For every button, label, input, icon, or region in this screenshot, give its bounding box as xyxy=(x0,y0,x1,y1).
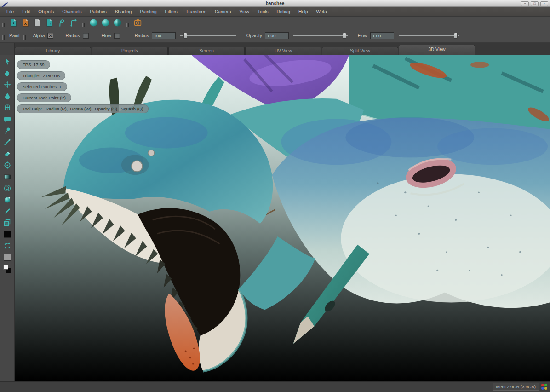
blur-droplet-tool[interactable] xyxy=(2,91,13,102)
menu-edit[interactable]: Edit xyxy=(18,7,34,17)
app-window: banshee − □ × FileEditObjectsChannelsPat… xyxy=(0,0,550,392)
alpha-label: Alpha xyxy=(33,33,45,38)
tab-3d-view[interactable]: 3D View xyxy=(399,45,475,55)
close-project-icon[interactable]: x xyxy=(21,18,30,27)
toolbar-drag-handle[interactable] xyxy=(2,19,5,27)
node-graph-icon[interactable] xyxy=(69,18,78,27)
radius-slider-handle[interactable] xyxy=(183,33,187,39)
shader-sphere-flat-icon[interactable] xyxy=(89,18,98,27)
svg-text:x: x xyxy=(24,21,27,26)
status-bar: Mem 2.9GB (3.9GB) xyxy=(0,381,550,392)
svg-text:+: + xyxy=(12,21,15,26)
new-project-icon[interactable]: + xyxy=(9,18,18,27)
toolbar-drag-handle[interactable] xyxy=(23,32,26,40)
svg-text:→: → xyxy=(47,21,52,26)
curve-p-icon[interactable] xyxy=(57,18,66,27)
flow-slider-handle[interactable] xyxy=(454,33,458,39)
foreground-color-swatch[interactable] xyxy=(2,229,13,240)
menu-help[interactable]: Help xyxy=(294,7,312,17)
hud-tool-help: Tool Help: Radius (R), Rotate (W), Opaci… xyxy=(17,104,149,113)
menu-bar: FileEditObjectsChannelsPatchesShadingPai… xyxy=(0,7,550,17)
menu-painting[interactable]: Painting xyxy=(136,7,160,17)
memory-indicator: Mem 2.9GB (3.9GB) xyxy=(493,383,539,391)
pin-tool[interactable] xyxy=(2,125,13,136)
maximize-button[interactable]: □ xyxy=(531,1,539,6)
flow-slider[interactable] xyxy=(399,33,459,39)
environment-sphere-tool[interactable] xyxy=(2,194,13,205)
menu-weta[interactable]: Weta xyxy=(312,7,331,17)
flow-checkbox[interactable] xyxy=(114,33,120,39)
shader-sphere-textured-icon[interactable] xyxy=(113,18,122,27)
menu-transform[interactable]: Transform xyxy=(182,7,211,17)
radius-slider[interactable] xyxy=(180,33,236,39)
radial-falloff-tool[interactable] xyxy=(2,183,13,194)
gradient-fill-tool[interactable] xyxy=(2,171,13,182)
slice-line-tool[interactable] xyxy=(2,137,13,148)
radius-label: Radius xyxy=(135,33,149,38)
menu-objects[interactable]: Objects xyxy=(34,7,58,17)
titlebar[interactable]: banshee − □ × xyxy=(0,0,550,7)
flow-value-field[interactable]: 1.00 xyxy=(370,32,394,39)
hud-fps: FPS: 17.39 xyxy=(17,60,50,69)
menu-patches[interactable]: Patches xyxy=(86,7,111,17)
paint-through-tool[interactable] xyxy=(2,114,13,125)
hud-triangles: Triangles: 2180916 xyxy=(17,71,65,80)
window-title: banshee xyxy=(0,0,550,6)
menu-camera[interactable]: Camera xyxy=(211,7,235,17)
menu-file[interactable]: File xyxy=(2,7,18,17)
window-controls: − □ × xyxy=(521,1,550,6)
tab-screen[interactable]: Screen xyxy=(168,47,245,55)
menu-view[interactable]: View xyxy=(235,7,254,17)
flow-link-label: Flow xyxy=(102,33,111,38)
opacity-label: Opacity xyxy=(246,33,262,38)
main-toolbar: +x→ xyxy=(0,17,550,29)
clone-stamp-tool[interactable] xyxy=(2,160,13,171)
active-tool-label: Paint xyxy=(9,33,20,38)
tab-library[interactable]: Library xyxy=(15,47,91,55)
tab-strip-filler xyxy=(476,43,550,55)
screenshot-camera-icon[interactable] xyxy=(133,18,142,27)
paint-brush-tool[interactable] xyxy=(2,206,13,217)
tab-projects[interactable]: Projects xyxy=(92,47,168,55)
toolbar-drag-handle[interactable] xyxy=(126,19,129,27)
menu-filters[interactable]: Filters xyxy=(161,7,182,17)
paint-options-bar: Paint Alpha ✕ Radius Flow Radius 100 Opa… xyxy=(0,29,550,43)
opacity-value-field[interactable]: 1.00 xyxy=(265,32,289,39)
select-arrow-tool[interactable] xyxy=(2,56,13,67)
menu-debug[interactable]: Debug xyxy=(272,7,294,17)
tab-split-view[interactable]: Split View xyxy=(322,47,398,55)
radius-link-label: Radius xyxy=(65,33,80,38)
blank-doc-icon[interactable] xyxy=(33,18,42,27)
toolbar-drag-handle[interactable] xyxy=(82,19,85,27)
minimize-button[interactable]: − xyxy=(521,1,529,6)
reset-colors-swatch[interactable] xyxy=(2,263,13,274)
opacity-slider[interactable] xyxy=(293,33,348,39)
menu-channels[interactable]: Channels xyxy=(58,7,86,17)
transform-move-tool[interactable] xyxy=(2,79,13,90)
viewport-3d[interactable]: FPS: 17.39Triangles: 2180916Selected Pat… xyxy=(15,55,550,381)
color-usage-icon xyxy=(541,384,547,390)
swap-colors-tool[interactable] xyxy=(2,240,13,251)
warp-grid-tool[interactable] xyxy=(2,102,13,113)
radius-value-field[interactable]: 100 xyxy=(152,32,176,39)
view-tab-strip: LibraryProjectsScreenUV ViewSplit View3D… xyxy=(0,43,550,55)
tool-palette xyxy=(0,55,15,381)
alpha-checkbox[interactable]: ✕ xyxy=(47,33,53,39)
opacity-slider-handle[interactable] xyxy=(343,33,346,39)
tab-uv-view[interactable]: UV View xyxy=(245,47,321,55)
hud-current-tool: Current Tool: Paint (P) xyxy=(17,93,71,102)
tab-strip-ledge xyxy=(0,43,15,55)
menu-tools[interactable]: Tools xyxy=(253,7,272,17)
viewport-hud: FPS: 17.39Triangles: 2180916Selected Pat… xyxy=(17,60,149,115)
menu-shading[interactable]: Shading xyxy=(111,7,136,17)
shader-sphere-lit-icon[interactable] xyxy=(101,18,110,27)
import-doc-icon[interactable]: → xyxy=(45,18,54,27)
radius-checkbox[interactable] xyxy=(83,33,89,39)
pan-hand-tool[interactable] xyxy=(2,68,13,79)
close-button[interactable]: × xyxy=(540,1,548,6)
eraser-tool[interactable] xyxy=(2,148,13,159)
background-color-swatch[interactable] xyxy=(2,252,13,263)
copy-patch-tool[interactable] xyxy=(2,217,13,228)
flow-label: Flow xyxy=(358,33,367,38)
toolbar-drag-handle[interactable] xyxy=(2,32,5,40)
